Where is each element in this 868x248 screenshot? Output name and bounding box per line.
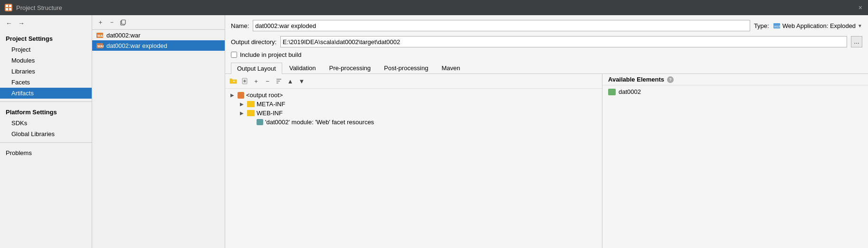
folder-icon-meta-inf [247, 101, 255, 107]
sidebar: ← → Project Settings Project Modules Lib… [0, 15, 92, 248]
svg-text:+: + [233, 79, 235, 83]
tree-label-output-root: <output root> [246, 92, 283, 99]
layout-add-button[interactable]: + [251, 76, 261, 86]
available-header: Available Elements ? [602, 74, 868, 85]
tab-post-processing[interactable]: Post-processing [378, 62, 434, 73]
artifact-item-war-exploded-label: dat0002:war exploded [106, 42, 167, 49]
available-panel: Available Elements ? dat0002 [602, 74, 868, 248]
svg-text:WAR: WAR [97, 45, 104, 48]
sidebar-divider-1 [0, 101, 92, 102]
svg-rect-1 [9, 5, 11, 7]
sidebar-item-libraries[interactable]: Libraries [0, 66, 92, 77]
output-dir-browse-button[interactable]: … [851, 36, 862, 47]
sidebar-divider-2 [0, 142, 92, 143]
name-label: Name: [231, 22, 249, 29]
layout-up-button[interactable]: ▲ [285, 76, 296, 86]
name-row: Name: Type: WEB Web Application: Explode… [225, 15, 868, 34]
available-item-dat0002[interactable]: dat0002 [602, 87, 868, 96]
type-dropdown[interactable]: WEB Web Application: Exploded ▼ [773, 22, 862, 29]
sidebar-item-modules[interactable]: Modules [0, 55, 92, 66]
sort-icon [276, 78, 282, 84]
tabs-bar: Output Layout Validation Pre-processing … [225, 62, 868, 74]
facet-resource-icon [257, 119, 263, 125]
remove-artifact-button[interactable]: － [106, 17, 117, 28]
sidebar-item-project[interactable]: Project [0, 44, 92, 55]
type-label: Type: [754, 22, 769, 29]
svg-rect-0 [6, 5, 8, 7]
sidebar-item-facets[interactable]: Facets [0, 77, 92, 88]
add-artifact-button[interactable]: ＋ [95, 17, 105, 28]
name-input[interactable] [253, 20, 750, 31]
project-settings-header: Project Settings [0, 31, 92, 44]
nav-forward-button[interactable]: → [16, 18, 27, 28]
output-dir-input[interactable] [280, 36, 847, 47]
add-file-icon [241, 78, 248, 84]
artifact-toolbar: ＋ － [92, 15, 225, 30]
tree-item-facet-resource[interactable]: 'dat0002' module: 'Web' facet resources [225, 118, 602, 127]
layout-remove-button[interactable]: − [262, 76, 273, 86]
tab-validation[interactable]: Validation [283, 62, 322, 73]
layout-down-button[interactable]: ▼ [296, 76, 307, 86]
type-dropdown-arrow[interactable]: ▼ [858, 23, 862, 28]
sidebar-item-global-libraries[interactable]: Global Libraries [0, 129, 92, 139]
available-item-label-dat0002: dat0002 [619, 88, 641, 95]
output-root-icon [238, 92, 244, 99]
module-icon-dat0002 [608, 89, 616, 95]
artifact-list: WAR dat0002:war WAR dat0002:war exploded [92, 30, 225, 248]
problems-label[interactable]: Problems [0, 146, 92, 158]
right-panel: Name: Type: WEB Web Application: Explode… [225, 15, 868, 248]
svg-text:WAR: WAR [97, 34, 104, 37]
tree-item-meta-inf[interactable]: ▶ META-INF [225, 100, 602, 109]
window-title: Project Structure [16, 4, 62, 11]
title-bar: Project Structure × [0, 0, 868, 15]
sidebar-item-sdks[interactable]: SDKs [0, 118, 92, 129]
layout-tree: ▶ <output root> ▶ META-INF ▶ [225, 89, 602, 248]
tab-pre-processing[interactable]: Pre-processing [323, 62, 377, 73]
include-build-label: Include in project build [240, 51, 301, 58]
layout-sort-button[interactable] [274, 76, 284, 86]
copy-icon [120, 19, 126, 26]
tree-label-web-inf: WEB-INF [257, 110, 283, 117]
type-value-text: Web Application: Exploded [782, 22, 856, 29]
nav-back-button[interactable]: ← [4, 18, 14, 28]
output-dir-row: Output directory: … [225, 34, 868, 49]
tab-maven[interactable]: Maven [435, 62, 466, 73]
war-artifact-icon: WAR [96, 31, 104, 39]
close-button[interactable]: × [858, 4, 862, 11]
layout-toolbar: + + − [225, 74, 602, 89]
layout-panel: + + − [225, 74, 602, 248]
svg-rect-3 [9, 8, 11, 10]
layout-folder-button[interactable]: + [228, 76, 238, 86]
output-dir-label: Output directory: [231, 38, 277, 46]
create-dir-icon: + [229, 78, 237, 84]
tab-content-area: + + − [225, 74, 868, 248]
expander-meta-inf[interactable]: ▶ [238, 101, 245, 108]
layout-file-button[interactable] [239, 76, 250, 86]
war-exploded-artifact-icon: WAR [96, 42, 104, 49]
expander-web-inf[interactable]: ▶ [238, 110, 245, 117]
tree-item-output-root[interactable]: ▶ <output root> [225, 91, 602, 100]
artifact-list-panel: ＋ － WAR dat0002:war [92, 15, 225, 248]
tree-label-meta-inf: META-INF [257, 101, 285, 108]
artifact-item-war-label: dat0002:war [106, 32, 141, 39]
svg-text:WEB: WEB [774, 25, 781, 28]
folder-icon-web-inf [247, 110, 255, 116]
tab-output-layout[interactable]: Output Layout [231, 63, 282, 74]
app-icon [5, 4, 12, 11]
available-header-label: Available Elements [608, 76, 664, 83]
include-build-row: Include in project build [225, 49, 868, 60]
artifact-item-war-exploded[interactable]: WAR dat0002:war exploded [92, 40, 225, 51]
tree-item-web-inf[interactable]: ▶ WEB-INF [225, 109, 602, 118]
help-icon[interactable]: ? [667, 76, 674, 83]
sidebar-item-artifacts[interactable]: Artifacts [0, 88, 92, 99]
artifact-item-war[interactable]: WAR dat0002:war [92, 30, 225, 40]
include-build-checkbox[interactable] [231, 52, 237, 58]
platform-settings-header: Platform Settings [0, 105, 92, 118]
tree-label-facet-resource: 'dat0002' module: 'Web' facet resources [265, 119, 374, 126]
copy-artifact-button[interactable] [118, 17, 128, 28]
available-tree: dat0002 [602, 85, 868, 248]
expander-output-root[interactable]: ▶ [229, 92, 236, 99]
svg-rect-2 [6, 8, 8, 10]
svg-rect-5 [122, 20, 125, 24]
type-icon: WEB [773, 22, 781, 29]
